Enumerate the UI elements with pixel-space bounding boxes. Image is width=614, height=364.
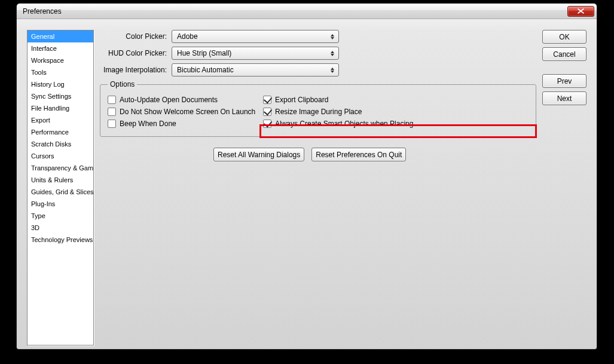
select-color-picker[interactable]: Adobe bbox=[172, 30, 339, 43]
checkbox-resize-label: Resize Image During Place bbox=[275, 108, 362, 116]
checkbox-export-clipboard[interactable]: Export Clipboard bbox=[263, 96, 529, 104]
next-label: Next bbox=[557, 94, 572, 103]
checkbox-auto-update-input[interactable] bbox=[108, 96, 116, 104]
sidebar-item-tools[interactable]: Tools bbox=[28, 66, 93, 78]
updown-icon bbox=[329, 47, 336, 59]
sidebar-item-general[interactable]: General bbox=[28, 30, 93, 42]
options-grid: Auto-Update Open Documents Export Clipbo… bbox=[108, 96, 529, 128]
checkbox-resize-input[interactable] bbox=[263, 108, 271, 116]
options-fieldset: Options Auto-Update Open Documents Expor… bbox=[100, 80, 536, 137]
sidebar-item-workspace[interactable]: Workspace bbox=[28, 54, 93, 66]
sidebar-item-scratch-disks[interactable]: Scratch Disks bbox=[28, 138, 93, 150]
checkbox-export-clipboard-input[interactable] bbox=[263, 96, 271, 104]
sidebar-item-guides-grid-slices[interactable]: Guides, Grid & Slices bbox=[28, 186, 93, 198]
checkbox-auto-update-label: Auto-Update Open Documents bbox=[120, 96, 218, 104]
dialog-buttons: OK Cancel Prev Next bbox=[542, 30, 586, 345]
sidebar-item-performance[interactable]: Performance bbox=[28, 126, 93, 138]
sidebar-item-export[interactable]: Export bbox=[28, 114, 93, 126]
checkbox-smart-objects[interactable]: Always Create Smart Objects when Placing bbox=[263, 120, 529, 128]
next-button[interactable]: Next bbox=[542, 91, 586, 105]
prev-button[interactable]: Prev bbox=[542, 74, 586, 88]
label-color-picker: Color Picker: bbox=[100, 32, 172, 41]
sidebar-item-3d[interactable]: 3D bbox=[28, 222, 93, 234]
dialog-content: GeneralInterfaceWorkspaceToolsHistory Lo… bbox=[17, 19, 597, 349]
checkbox-beep[interactable]: Beep When Done bbox=[108, 120, 263, 128]
form-area: Color Picker: Adobe HUD Color Picker: Hu… bbox=[100, 30, 536, 345]
sidebar-item-units-rulers[interactable]: Units & Rulers bbox=[28, 174, 93, 186]
sidebar-item-history-log[interactable]: History Log bbox=[28, 78, 93, 90]
window-title: Preferences bbox=[23, 7, 567, 16]
ok-button[interactable]: OK bbox=[542, 30, 586, 44]
reset-on-quit-button[interactable]: Reset Preferences On Quit bbox=[311, 148, 406, 161]
label-hud-color-picker: HUD Color Picker: bbox=[100, 49, 172, 57]
select-image-interpolation[interactable]: Bicubic Automatic bbox=[172, 63, 339, 77]
sidebar-item-plug-ins[interactable]: Plug-Ins bbox=[28, 198, 93, 210]
row-color-picker: Color Picker: Adobe bbox=[100, 30, 536, 43]
ok-label: OK bbox=[559, 33, 569, 41]
checkbox-smart-objects-label: Always Create Smart Objects when Placing bbox=[275, 120, 413, 128]
select-hud-value: Hue Strip (Small) bbox=[177, 49, 231, 57]
sidebar-item-file-handling[interactable]: File Handling bbox=[28, 102, 93, 114]
select-hud-color-picker[interactable]: Hue Strip (Small) bbox=[172, 47, 339, 60]
checkbox-export-clipboard-label: Export Clipboard bbox=[275, 96, 328, 104]
reset-warnings-label: Reset All Warning Dialogs bbox=[218, 151, 300, 159]
sidebar-item-interface[interactable]: Interface bbox=[28, 42, 93, 54]
checkbox-resize-during-place[interactable]: Resize Image During Place bbox=[263, 108, 529, 116]
close-icon bbox=[578, 8, 584, 14]
select-color-picker-value: Adobe bbox=[177, 32, 198, 41]
checkbox-auto-update[interactable]: Auto-Update Open Documents bbox=[108, 96, 263, 104]
sidebar-item-transparency-gamut[interactable]: Transparency & Gamut bbox=[28, 162, 93, 174]
updown-icon bbox=[329, 64, 336, 76]
options-legend: Options bbox=[108, 80, 137, 88]
checkbox-smart-objects-input[interactable] bbox=[263, 120, 271, 128]
cancel-label: Cancel bbox=[553, 50, 575, 59]
select-interp-value: Bicubic Automatic bbox=[177, 66, 234, 74]
reset-on-quit-label: Reset Preferences On Quit bbox=[316, 151, 402, 159]
label-image-interpolation: Image Interpolation: bbox=[100, 66, 172, 74]
updown-icon bbox=[329, 30, 336, 42]
checkbox-no-welcome[interactable]: Do Not Show Welcome Screen On Launch bbox=[108, 108, 263, 116]
reset-row: Reset All Warning Dialogs Reset Preferen… bbox=[213, 148, 536, 161]
sidebar-item-technology-previews[interactable]: Technology Previews bbox=[28, 234, 93, 246]
category-sidebar: GeneralInterfaceWorkspaceToolsHistory Lo… bbox=[27, 30, 94, 345]
preferences-window: Preferences GeneralInterfaceWorkspaceToo… bbox=[16, 3, 597, 350]
row-hud-color-picker: HUD Color Picker: Hue Strip (Small) bbox=[100, 47, 536, 60]
window-close-button[interactable] bbox=[567, 6, 594, 17]
prev-label: Prev bbox=[557, 77, 572, 85]
titlebar: Preferences bbox=[17, 4, 597, 19]
cancel-button[interactable]: Cancel bbox=[542, 47, 586, 61]
checkbox-no-welcome-label: Do Not Show Welcome Screen On Launch bbox=[120, 108, 255, 116]
row-image-interpolation: Image Interpolation: Bicubic Automatic bbox=[100, 63, 536, 77]
checkbox-beep-input[interactable] bbox=[108, 120, 116, 128]
sidebar-item-type[interactable]: Type bbox=[28, 210, 93, 222]
checkbox-beep-label: Beep When Done bbox=[120, 120, 176, 128]
main-area: Color Picker: Adobe HUD Color Picker: Hu… bbox=[100, 30, 586, 345]
sidebar-item-cursors[interactable]: Cursors bbox=[28, 150, 93, 162]
sidebar-item-sync-settings[interactable]: Sync Settings bbox=[28, 90, 93, 102]
reset-warnings-button[interactable]: Reset All Warning Dialogs bbox=[213, 148, 304, 161]
spacer bbox=[542, 65, 586, 71]
checkbox-no-welcome-input[interactable] bbox=[108, 108, 116, 116]
